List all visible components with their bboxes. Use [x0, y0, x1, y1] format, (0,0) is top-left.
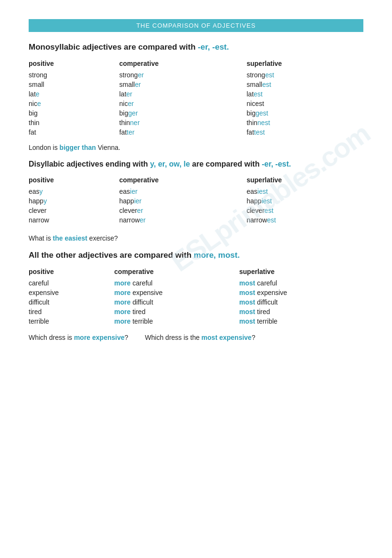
- table-row: narrow narrower narrowest: [29, 215, 363, 225]
- comparative-cell: bigger: [119, 108, 247, 118]
- positive-cell: expensive: [29, 288, 114, 297]
- positive-cell: thin: [29, 118, 119, 127]
- positive-cell: happy: [29, 196, 119, 206]
- section3-table: positive comperative superlative careful…: [29, 268, 363, 326]
- col-comparative-3: comperative: [114, 268, 239, 278]
- section2-heading-highlight: y, er, ow, le: [150, 160, 190, 168]
- comparative-cell: more careful: [114, 278, 239, 288]
- positive-cell: narrow: [29, 215, 119, 225]
- positive-cell: terrible: [29, 316, 114, 326]
- comparative-cell: more terrible: [114, 316, 239, 326]
- superlative-cell: most difficult: [239, 297, 363, 307]
- col-positive-3: positive: [29, 268, 114, 278]
- superlative-cell: easiest: [246, 187, 363, 196]
- section2-example: What is the easiest exercise?: [29, 234, 363, 242]
- table-row: expensive more expensive most expensive: [29, 288, 363, 297]
- example1-highlight: bigger than: [60, 144, 96, 151]
- section1-heading: Monosyllabic adjectives are compared wit…: [29, 42, 363, 52]
- superlative-cell: smallest: [246, 80, 363, 89]
- table-row: easy easier easiest: [29, 187, 363, 196]
- superlative-cell: happiest: [246, 196, 363, 206]
- superlative-cell: thinnest: [246, 118, 363, 127]
- table-row: terrible more terrible most terrible: [29, 316, 363, 326]
- comparative-cell: more expensive: [114, 288, 239, 297]
- table-row: strong stronger strongest: [29, 70, 363, 80]
- table-row: fat fatter fattest: [29, 127, 363, 137]
- col-superlative-3: superlative: [239, 268, 363, 278]
- example3a-plain: Which dress is: [29, 334, 74, 341]
- positive-cell: small: [29, 80, 119, 89]
- comparative-cell: easier: [119, 187, 247, 196]
- comparative-cell: happier: [119, 196, 247, 206]
- example2-end: exercise?: [87, 234, 118, 242]
- positive-cell: late: [29, 89, 119, 99]
- col-superlative-2: superlative: [246, 176, 363, 187]
- table-row: difficult more difficult most difficult: [29, 297, 363, 307]
- table-row: small smaller smallest: [29, 80, 363, 89]
- example3b-plain: Which dress is the: [145, 334, 201, 341]
- positive-cell: easy: [29, 187, 119, 196]
- comparative-cell: later: [119, 89, 247, 99]
- table-row: big bigger biggest: [29, 108, 363, 118]
- table-row: late later latest: [29, 89, 363, 99]
- example3b-end: ?: [252, 334, 255, 341]
- superlative-cell: latest: [246, 89, 363, 99]
- col-positive-1: positive: [29, 60, 119, 70]
- example3a-end: ?: [125, 334, 128, 341]
- example2-plain: What is: [29, 234, 53, 242]
- superlative-cell: nicest: [246, 99, 363, 108]
- superlative-cell: most tired: [239, 307, 363, 316]
- comparative-cell: narrower: [119, 215, 247, 225]
- superlative-cell: narrowest: [246, 215, 363, 225]
- comparative-cell: cleverer: [119, 206, 247, 215]
- positive-cell: fat: [29, 127, 119, 137]
- section1-heading-highlight: -er, -est.: [198, 42, 229, 52]
- superlative-cell: most terrible: [239, 316, 363, 326]
- comparative-cell: thinner: [119, 118, 247, 127]
- section2-table: positive comperative superlative easy ea…: [29, 176, 363, 225]
- section2-heading-plain: Disyllabic adjectives ending with: [29, 160, 150, 168]
- superlative-cell: biggest: [246, 108, 363, 118]
- comparative-cell: more tired: [114, 307, 239, 316]
- section1-table: positive comperative superlative strong …: [29, 60, 363, 137]
- table-row: nice nicer nicest: [29, 99, 363, 108]
- section3-heading: All the other adjectives are compared wi…: [29, 251, 363, 260]
- section3-examples: Which dress is more expensive? Which dre…: [29, 334, 363, 341]
- positive-cell: big: [29, 108, 119, 118]
- col-comparative-2: comperative: [119, 176, 247, 187]
- example1-plain: London is: [29, 144, 60, 151]
- col-comparative-1: comperative: [119, 60, 247, 70]
- section3-heading-highlight: more, most.: [194, 251, 240, 260]
- example3b-highlight: most expensive: [201, 334, 252, 341]
- superlative-cell: cleverest: [246, 206, 363, 215]
- example3a-highlight: more expensive: [74, 334, 125, 341]
- comparative-cell: stronger: [119, 70, 247, 80]
- section2-heading-plain2: are compared with: [190, 160, 262, 168]
- positive-cell: tired: [29, 307, 114, 316]
- table-row: tired more tired most tired: [29, 307, 363, 316]
- table-row: careful more careful most careful: [29, 278, 363, 288]
- col-superlative-1: superlative: [246, 60, 363, 70]
- superlative-cell: most careful: [239, 278, 363, 288]
- positive-cell: difficult: [29, 297, 114, 307]
- positive-cell: nice: [29, 99, 119, 108]
- section2-heading-highlight2: -er, -est.: [262, 160, 291, 168]
- table-row: happy happier happiest: [29, 196, 363, 206]
- positive-cell: clever: [29, 206, 119, 215]
- comparative-cell: smaller: [119, 80, 247, 89]
- section1-heading-plain: Monosyllabic adjectives are compared wit…: [29, 42, 198, 52]
- section1-example: London is bigger than Vienna.: [29, 144, 363, 151]
- section3-heading-plain: All the other adjectives are compared wi…: [29, 251, 194, 260]
- superlative-cell: strongest: [246, 70, 363, 80]
- page-title: THE COMPARISON OF ADJECTIVES: [29, 19, 363, 32]
- table-row: thin thinner thinnest: [29, 118, 363, 127]
- superlative-cell: fattest: [246, 127, 363, 137]
- table-row: clever cleverer cleverest: [29, 206, 363, 215]
- superlative-cell: most expensive: [239, 288, 363, 297]
- positive-cell: careful: [29, 278, 114, 288]
- comparative-cell: fatter: [119, 127, 247, 137]
- example2-highlight: the easiest: [53, 234, 87, 242]
- col-positive-2: positive: [29, 176, 119, 187]
- section2-heading: Disyllabic adjectives ending with y, er,…: [29, 160, 363, 168]
- comparative-cell: more difficult: [114, 297, 239, 307]
